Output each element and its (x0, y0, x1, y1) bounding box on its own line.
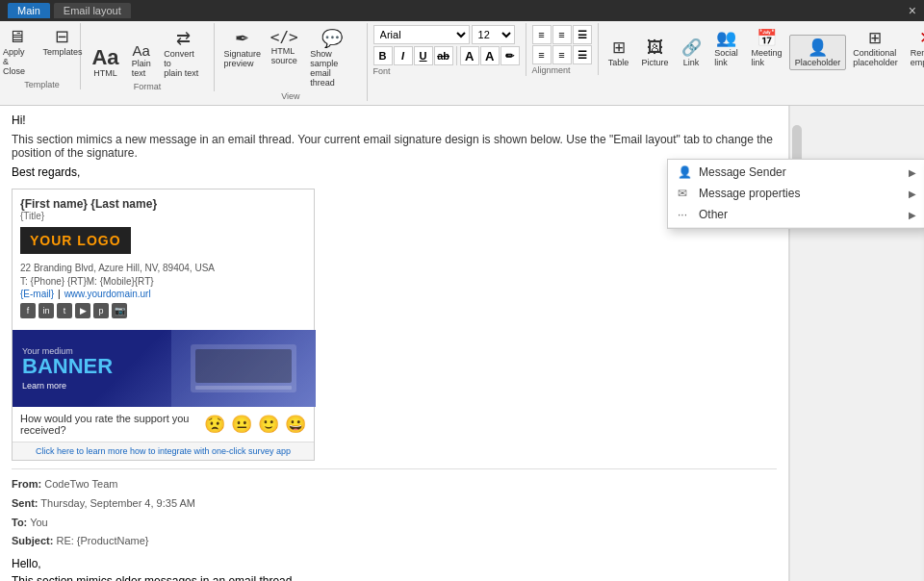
survey-great-icon[interactable]: 😀 (285, 414, 306, 435)
table-icon: ⊞ (612, 38, 626, 58)
survey-text: How would you rate the support you recei… (20, 413, 198, 436)
msg-sender-arrow: ▶ (909, 167, 916, 178)
list-ordered-button[interactable]: ☰ (573, 45, 592, 64)
main-area: Hi! This section mimics a new message in… (0, 106, 924, 581)
ribbon-content: 🖥 Apply &Close ⊟ Templates Template Aa H… (0, 21, 924, 105)
title-tabs: Main Email layout (8, 3, 131, 18)
templates-label: Templates (42, 47, 82, 57)
sig-logo-accent: LOGO (77, 233, 120, 248)
sig-url[interactable]: www.yourdomain.url (64, 289, 151, 299)
other-item[interactable]: ··· Other ▶ (668, 204, 924, 225)
plain-text-label: Plaintext (132, 59, 151, 78)
fmt-separator (456, 46, 457, 65)
ribbon: 🖥 Apply &Close ⊟ Templates Template Aa H… (0, 21, 924, 106)
html-source-label: HTMLsource (271, 46, 297, 65)
list-unordered-button[interactable]: ☰ (573, 25, 592, 44)
placeholder-button[interactable]: 👤 Placeholder (789, 35, 847, 70)
banner-learn[interactable]: Learn more (22, 381, 113, 391)
dropdown-main-section: 👤 Message Sender ▶ ✉ Message properties … (668, 160, 924, 228)
sig-survey: How would you rate the support you recei… (13, 407, 314, 442)
font-select[interactable]: Arial (373, 25, 470, 44)
placeholder-dropdown: 👤 Message Sender ▶ ✉ Message properties … (667, 159, 924, 229)
apply-close-label: Apply &Close (3, 47, 31, 76)
font-color-button[interactable]: A (460, 46, 479, 65)
picture-icon: 🖼 (647, 38, 663, 58)
tab-email-layout[interactable]: Email layout (54, 3, 131, 18)
other-label: Other (699, 208, 728, 221)
sig-footer[interactable]: Click here to learn more how to integrat… (13, 442, 314, 460)
pencil-button[interactable]: ✏ (500, 46, 520, 65)
banner-svg (171, 330, 316, 407)
remove-empty-icon: ✕ (919, 28, 924, 48)
apply-close-button[interactable]: 🖥 Apply &Close (0, 25, 37, 79)
picture-button[interactable]: 🖼 Picture (636, 36, 675, 70)
msg-sender-item[interactable]: 👤 Message Sender ▶ (668, 162, 924, 183)
conditional-placeholder-button[interactable]: ⊞ Conditionalplaceholder (847, 25, 904, 70)
html-label: HTML (93, 68, 117, 78)
banner-title: BANNER (22, 356, 113, 377)
svg-rect-2 (195, 349, 292, 383)
bold-button[interactable]: B (373, 46, 393, 65)
msg-sender-icon: 👤 (678, 165, 693, 179)
sig-banner: Your medium BANNER Learn more (13, 330, 316, 407)
thread-from: CodeTwo Team (44, 478, 117, 490)
table-button[interactable]: ⊞ Table (603, 35, 635, 70)
social-pinterest-icon[interactable]: p (93, 303, 109, 318)
survey-bad-icon[interactable]: 😟 (204, 414, 225, 435)
msg-properties-label: Message properties (699, 187, 800, 200)
placeholder-icon: 👤 (808, 38, 828, 58)
plain-text-button[interactable]: Aa Plaintext (126, 39, 156, 81)
social-linkedin-icon[interactable]: in (38, 303, 54, 318)
align-right-button[interactable]: ≡ (532, 45, 552, 64)
convert-button[interactable]: ⇄ Convert toplain text (158, 25, 208, 81)
sig-social: f in t ▶ p 📷 (20, 303, 219, 318)
close-icon[interactable]: × (909, 3, 916, 18)
social-instagram-icon[interactable]: 📷 (112, 303, 127, 318)
survey-neutral-icon[interactable]: 😐 (231, 414, 252, 435)
thread-to: You (30, 517, 48, 528)
social-link-button[interactable]: 👥 Sociallink (708, 25, 745, 70)
msg-properties-item[interactable]: ✉ Message properties ▶ (668, 183, 924, 204)
remove-empty-button[interactable]: ✕ Removeempty (905, 25, 924, 70)
convert-icon: ⇄ (176, 28, 191, 49)
show-sample-button[interactable]: 💬 Show sampleemail thread (304, 25, 360, 90)
email-meta: From: CodeTwo Team Sent: Thursday, Septe… (12, 475, 777, 551)
signature-preview-button[interactable]: ✒ Signaturepreview (220, 25, 264, 90)
align-left-button[interactable]: ≡ (532, 25, 552, 44)
sig-contact-row: {E-mail} | www.yourdomain.url (20, 289, 219, 299)
sig-footer-text: Click here to learn more how to integrat… (36, 446, 291, 456)
align-center-button[interactable]: ≡ (552, 25, 572, 44)
thread-body: Hello, This section mimics older message… (12, 557, 777, 581)
link-button[interactable]: 🔗 Link (676, 35, 707, 70)
underline-button[interactable]: U (414, 46, 433, 65)
tab-main[interactable]: Main (8, 3, 50, 18)
sig-logo: YOUR LOGO (20, 227, 131, 254)
msg-properties-icon: ✉ (678, 187, 693, 200)
strikethrough-button[interactable]: ab (434, 46, 453, 65)
conditional-placeholder-label: Conditionalplaceholder (853, 48, 898, 67)
templates-icon: ⊟ (55, 28, 69, 47)
social-twitter-icon[interactable]: t (57, 303, 72, 318)
sig-phone: T: {Phone} {RT}M: {Mobile}{RT} (20, 276, 219, 287)
picture-label: Picture (642, 58, 669, 67)
sig-email[interactable]: {E-mail} (20, 289, 54, 299)
size-select[interactable]: 12 (472, 25, 515, 44)
social-facebook-icon[interactable]: f (20, 303, 36, 318)
survey-good-icon[interactable]: 🙂 (258, 414, 279, 435)
title-bar: Main Email layout × (0, 0, 924, 21)
meeting-link-button[interactable]: 📅 Meetinglink (746, 25, 788, 70)
svg-rect-3 (195, 386, 292, 390)
align-justify-button[interactable]: ≡ (552, 45, 572, 64)
social-youtube-icon[interactable]: ▶ (75, 303, 90, 318)
sig-separator: | (58, 289, 61, 299)
show-sample-icon: 💬 (321, 28, 343, 49)
html-source-button[interactable]: </> HTMLsource (266, 25, 302, 90)
meeting-link-label: Meetinglink (752, 48, 783, 67)
font-group-label: Font (373, 66, 520, 76)
other-icon: ··· (678, 208, 693, 221)
highlight-button[interactable]: A (480, 46, 500, 65)
sig-left: {First name} {Last name} {Title} YOUR LO… (13, 189, 227, 330)
templates-button[interactable]: ⊟ Templates (38, 25, 87, 79)
italic-button[interactable]: I (394, 46, 413, 65)
html-button[interactable]: Aa HTML (87, 44, 124, 81)
